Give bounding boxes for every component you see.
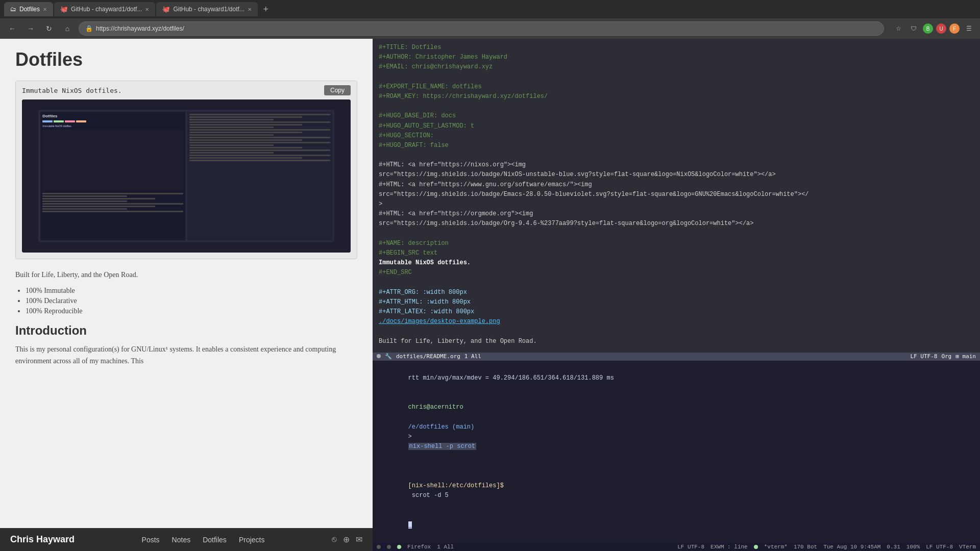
term-cmd-2: scrot -d 5 xyxy=(408,492,449,499)
editor-line-2: #+EMAIL: chris@chrishayward.xyz xyxy=(379,62,974,72)
editor-line-16: > xyxy=(379,199,974,209)
status-mode: Org xyxy=(941,353,951,360)
term-cmd: nix-shell -p scrot xyxy=(408,443,477,450)
browser-chrome: 🗂 Dotfiles ✕ 🐙 GitHub - chayward1/dotf..… xyxy=(0,0,980,39)
nav-projects[interactable]: Projects xyxy=(239,536,265,544)
tab-label-3: GitHub - chayward1/dotf... xyxy=(173,6,244,13)
editor-line-15: src="https://img.shields.io/badge/Emacs-… xyxy=(379,190,974,199)
terminal-line-2: chris@acernitro /e/dotfiles (main) > nix… xyxy=(379,393,974,461)
screenshot-image: Dotfiles Immutable NixOS dotfiles. xyxy=(22,99,351,253)
status-vterm-label: *vterm* xyxy=(764,544,788,550)
editor-line-17: #+HTML: <a href="https://orgmode.org"><i… xyxy=(379,209,974,219)
github-icon[interactable]: ⎋ xyxy=(332,535,337,544)
terminal-area: rtt min/avg/max/mdev = 49.294/186.651/36… xyxy=(373,360,980,543)
tab-bar: 🗂 Dotfiles ✕ 🐙 GitHub - chayward1/dotf..… xyxy=(0,0,980,18)
list-item-reproducible: 100% Reproducible xyxy=(26,307,357,315)
status-encoding-right: LF UTF-8 xyxy=(677,544,704,550)
status-battery: 0.31 xyxy=(887,544,900,550)
term-prompt: > xyxy=(408,433,415,440)
copy-button[interactable]: Copy xyxy=(324,85,351,95)
code-block: Immutable NixOS dotfiles. Copy Dotfiles xyxy=(15,81,357,259)
editor-line-18: src="https://img.shields.io/badge/Org-9.… xyxy=(379,219,974,229)
editor-line-14: #+HTML: <a href="https://www.gnu.org/sof… xyxy=(379,180,974,190)
screenshot-container: Dotfiles Immutable NixOS dotfiles. xyxy=(22,99,351,253)
address-bar[interactable]: 🔒 https://chrishayward.xyz/dotfiles/ xyxy=(79,21,884,36)
term-space-1 xyxy=(408,414,412,421)
status-dot xyxy=(377,354,381,358)
tab-dotfiles[interactable]: 🗂 Dotfiles ✕ xyxy=(4,2,53,16)
status-vterm-count: 170 Bot xyxy=(794,544,817,550)
editor-line-6 xyxy=(379,102,974,111)
status-battery-pct: 100% xyxy=(906,544,920,550)
code-header: Immutable NixOS dotfiles. Copy xyxy=(16,81,357,99)
footer-icons: ⎋ ⊕ ✉ xyxy=(332,535,362,544)
term-user: chris@acernitro xyxy=(408,404,463,411)
list-item-immutable: 100% Immutable xyxy=(26,287,357,295)
email-icon[interactable]: ✉ xyxy=(356,535,362,544)
site-nav: Posts Notes Dotfiles Projects xyxy=(142,536,265,544)
editor-line-20: #+NAME: description xyxy=(379,239,974,248)
nav-posts[interactable]: Posts xyxy=(142,536,160,544)
status-firefox: Firefox xyxy=(407,544,431,550)
status-encoding: LF UTF-8 xyxy=(910,353,937,360)
editor-line-9: #+HUGO_SECTION: xyxy=(379,131,974,141)
editor-line-25: #+ATTR_ORG: :width 800px xyxy=(379,288,974,297)
tab-close-btn-3[interactable]: ✕ xyxy=(248,7,252,12)
editor-line-27: #+ATTR_LATEX: :width 800px xyxy=(379,307,974,317)
tab-close-btn-2[interactable]: ✕ xyxy=(145,7,149,12)
forward-button[interactable]: → xyxy=(23,21,38,36)
status-circle-2 xyxy=(387,545,391,549)
code-text: Immutable NixOS dotfiles. xyxy=(22,87,122,94)
social-icon-2[interactable]: ⊕ xyxy=(343,535,350,544)
feature-list: 100% Immutable 100% Declarative 100% Rep… xyxy=(26,287,357,315)
emacs-status-bar: 🔧 dotfiles/README.org 1 All LF UTF-8 Org… xyxy=(373,353,980,360)
term-text-1: rtt min/avg/max/mdev = 49.294/186.651/36… xyxy=(408,374,614,382)
status-count: 1 All xyxy=(464,353,481,360)
home-button[interactable]: ⌂ xyxy=(60,21,75,36)
editor-line-8: #+HUGO_AUTO_SET_LASTMOD: t xyxy=(379,121,974,131)
nav-dotfiles[interactable]: Dotfiles xyxy=(203,536,227,544)
extension-icon-3[interactable]: F xyxy=(949,23,960,34)
editor-line-28: ./docs/images/desktop-example.png xyxy=(379,317,974,327)
tab-github-2[interactable]: 🐙 GitHub - chayward1/dotf... ✕ xyxy=(156,2,257,16)
bottom-status-bar: Firefox 1 All LF UTF-8 EXWM : line *vter… xyxy=(373,543,980,551)
terminal-line-3 xyxy=(379,462,974,471)
list-item-declarative: 100% Declarative xyxy=(26,297,357,305)
status-circle-1 xyxy=(377,545,381,549)
intro-text: This is my personal configuration(s) for… xyxy=(15,344,357,367)
intro-section-title: Introduction xyxy=(15,323,357,338)
editor-line-10: #+HUGO_DRAFT: false xyxy=(379,141,974,151)
tab-label: Dotfiles xyxy=(19,6,40,13)
editor-line-22: Immutable NixOS dotfiles. xyxy=(379,258,974,268)
nav-notes[interactable]: Notes xyxy=(172,536,191,544)
status-wheel-icon: 🔧 xyxy=(385,353,392,360)
tab-favicon-3: 🐙 xyxy=(162,6,170,13)
page-content: Dotfiles Immutable NixOS dotfiles. Copy … xyxy=(0,39,373,528)
editor-line-24 xyxy=(379,278,974,288)
menu-button[interactable]: ☰ xyxy=(963,22,975,35)
editor-line-0: #+TITLE: Dotfiles xyxy=(379,43,974,53)
editor-line-23: #+END_SRC xyxy=(379,268,974,278)
back-button[interactable]: ← xyxy=(5,21,19,36)
shield-icon[interactable]: 🛡 xyxy=(908,22,920,35)
nav-bar: ← → ↻ ⌂ 🔒 https://chrishayward.xyz/dotfi… xyxy=(0,18,980,39)
tab-close-btn[interactable]: ✕ xyxy=(43,7,47,12)
editor-line-29 xyxy=(379,327,974,336)
editor-line-7: #+HUGO_BASE_DIR: docs xyxy=(379,111,974,121)
term-dir: /e/dotfiles (main) xyxy=(408,423,475,431)
status-right: LF UTF-8 EXWM : line *vterm* 170 Bot Tue… xyxy=(677,544,976,550)
editor-line-13: src="https://img.shields.io/badge/NixOS-… xyxy=(379,170,974,180)
extension-icon-1[interactable]: B xyxy=(923,23,933,34)
term-nix-shell: [nix-shell:/etc/dotfiles]$ xyxy=(408,482,504,489)
tab-label-2: GitHub - chayward1/dotf... xyxy=(71,6,142,13)
mock-left-panel: Dotfiles Immutable NixOS dotfiles. xyxy=(40,112,185,240)
bookmark-icon[interactable]: ☆ xyxy=(892,22,904,35)
editor-line-19 xyxy=(379,229,974,239)
editor-line-11 xyxy=(379,151,974,160)
body-text: Built for Life, Liberty, and the Open Ro… xyxy=(15,269,357,281)
extension-icon-2[interactable]: U xyxy=(936,23,946,34)
tab-github-1[interactable]: 🐙 GitHub - chayward1/dotf... ✕ xyxy=(54,2,155,16)
new-tab-button[interactable]: + xyxy=(259,2,273,16)
reload-button[interactable]: ↻ xyxy=(42,21,56,36)
terminal-cursor-line: _ xyxy=(379,510,974,540)
